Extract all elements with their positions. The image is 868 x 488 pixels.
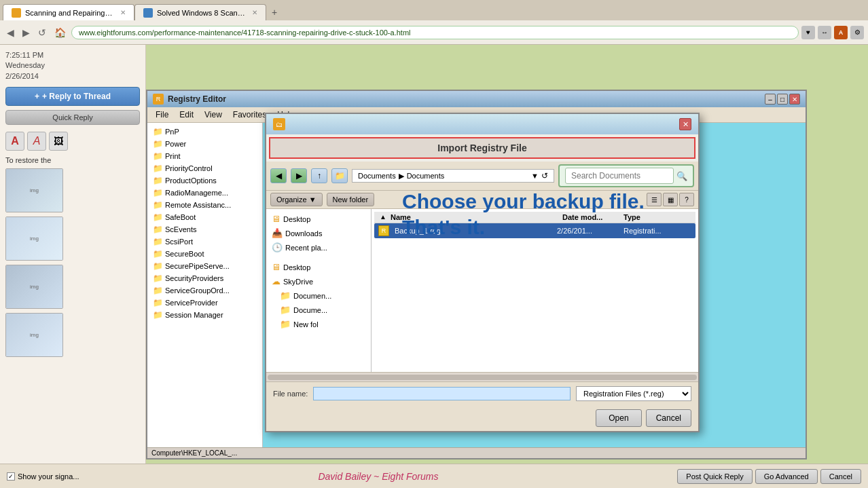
filename-input[interactable]	[313, 387, 571, 400]
col-type-header[interactable]: Type	[623, 213, 691, 221]
details-view-button[interactable]: ▦	[663, 193, 678, 206]
nav-skydrive[interactable]: ☁ SkyDrive	[269, 274, 368, 288]
add-tab-button[interactable]: +	[266, 4, 283, 20]
re-tree-item-securepipe[interactable]: 📁SecurePipeServe...	[150, 260, 259, 272]
re-tree-item-remoteassist[interactable]: 📁Remote Assistanc...	[150, 199, 259, 211]
reg-file-icon: R	[378, 225, 389, 236]
nav-subitem-3[interactable]: 📁 New fol	[269, 317, 368, 331]
re-tree-item-radiomanage[interactable]: 📁RadioManageme...	[150, 187, 259, 199]
post-quick-reply-button[interactable]: Post Quick Reply	[677, 469, 752, 484]
reply-to-thread-button[interactable]: + + Reply to Thread	[5, 87, 140, 106]
import-organize-toolbar: Organize ▼ New folder ☰ ▦ ?	[266, 191, 698, 209]
insert-image-icon[interactable]: 🖼	[49, 132, 68, 151]
tab-label-2: Solved Windows 8 Scanni...	[157, 9, 245, 17]
col-name-header[interactable]: Name	[391, 213, 562, 221]
breadcrumb-item-1[interactable]: Documents	[358, 172, 396, 180]
nav-folder-button[interactable]: 📁	[331, 168, 348, 183]
nav-downloads[interactable]: 📥 Downloads	[269, 226, 368, 240]
new-folder-button[interactable]: New folder	[327, 193, 375, 206]
nav-back-button[interactable]: ◀	[270, 168, 287, 183]
home-button[interactable]: 🏠	[52, 26, 69, 39]
re-tree-item-power[interactable]: 📁Power	[150, 138, 259, 150]
reply-button-label: + Reply to Thread	[42, 92, 111, 101]
re-tree-item-safeboot[interactable]: 📁SafeBoot	[150, 211, 259, 223]
re-tree-item-secureboot[interactable]: 📁SecureBoot	[150, 248, 259, 260]
re-tree-item-print[interactable]: 📁Print	[150, 150, 259, 162]
col-sort-icon[interactable]: ▲	[378, 213, 388, 221]
bottom-cancel-button[interactable]: Cancel	[820, 469, 861, 484]
text-italic-icon[interactable]: A	[27, 132, 46, 151]
search-input[interactable]	[565, 168, 674, 184]
column-headers: ▲ Name Date mod... Type	[374, 212, 695, 223]
filetype-select[interactable]: Registration Files (*.reg)	[576, 386, 691, 401]
list-view-button[interactable]: ☰	[647, 193, 662, 206]
bookmark-icon[interactable]: ♥	[801, 26, 815, 39]
nav-downloads-icon: 📥	[272, 228, 283, 238]
re-titlebar: R Registry Editor – □ ✕	[147, 91, 806, 107]
nav-subitem-1[interactable]: 📁 Documen...	[269, 288, 368, 303]
breadcrumb: Documents ▶ Documents ▼ ↺	[352, 169, 554, 183]
show-sig-label: Show your signa...	[18, 472, 79, 481]
re-tree-item-pnp[interactable]: 📁PnP	[150, 126, 259, 138]
re-menu-file[interactable]: File	[150, 109, 174, 121]
horizontal-scrollbar[interactable]	[266, 372, 698, 381]
back-button[interactable]: ◀	[4, 26, 17, 39]
cancel-button[interactable]: Cancel	[646, 409, 691, 427]
open-button-label: Open	[609, 413, 628, 423]
re-tree-item-securityprov[interactable]: 📁SecurityProviders	[150, 272, 259, 284]
nav-desktop[interactable]: 🖥 Desktop	[269, 212, 368, 226]
nav-recent-places[interactable]: 🕒 Recent pla...	[269, 240, 368, 255]
re-tree-item-sessionmanager[interactable]: 📁Session Manager	[150, 309, 259, 321]
nav-subitem3-label: New fol	[293, 320, 319, 329]
nav-desktop2-label: Desktop	[283, 263, 310, 271]
re-tree-item-servicegroupord[interactable]: 📁ServiceGroupOrd...	[150, 284, 259, 297]
re-menu-edit[interactable]: Edit	[174, 109, 199, 121]
nav-up-button[interactable]: ↑	[311, 168, 327, 183]
reload-button[interactable]: ↺	[35, 26, 49, 39]
text-bold-icon[interactable]: A	[5, 132, 24, 151]
re-statusbar: Computer\HKEY_LOCAL_...	[147, 447, 806, 458]
re-maximize-button[interactable]: □	[777, 94, 788, 105]
forward-button[interactable]: ▶	[20, 26, 33, 39]
re-tree-item-productoptions[interactable]: 📁ProductOptions	[150, 174, 259, 187]
signature-text: David Bailey ~ Eight Forums	[318, 471, 438, 482]
nav-desktop-2[interactable]: 🖥 Desktop	[269, 260, 368, 274]
cancel-button-label: Cancel	[656, 413, 681, 423]
re-tree-item-prioritycontrol[interactable]: 📁PriorityControl	[150, 162, 259, 174]
tab-close-1[interactable]: ✕	[120, 9, 126, 16]
nav-forward-button[interactable]: ▶	[291, 168, 307, 183]
re-menu-view[interactable]: View	[199, 109, 228, 121]
tab-active[interactable]: Scanning and Repairing d... ✕	[3, 4, 134, 20]
re-tree-item-scevents[interactable]: 📁ScEvents	[150, 223, 259, 236]
tab-close-2[interactable]: ✕	[252, 9, 257, 16]
extra-view-button[interactable]: ?	[679, 193, 694, 206]
re-minimize-button[interactable]: –	[765, 94, 776, 105]
organize-label: Organize	[276, 195, 307, 204]
breadcrumb-dropdown[interactable]: ▼	[531, 172, 539, 180]
col-date-header[interactable]: Date mod...	[562, 213, 623, 221]
organize-button[interactable]: Organize ▼	[270, 193, 323, 206]
tab-label-1: Scanning and Repairing d...	[25, 9, 113, 17]
breadcrumb-item-2[interactable]: Documents	[407, 172, 445, 180]
thumbnail-1: img	[5, 168, 63, 212]
import-dialog-close-button[interactable]: ✕	[679, 118, 691, 130]
view-buttons: ☰ ▦ ?	[647, 193, 694, 206]
file-item-backup[interactable]: R Backup_1.reg 2/26/201... Registrati...	[374, 223, 695, 238]
nav-desktop-icon: 🖥	[272, 214, 281, 224]
nav-subitem2-icon: 📁	[280, 305, 291, 315]
sig-checkbox[interactable]: ✓	[7, 472, 15, 481]
open-button[interactable]: Open	[596, 409, 641, 427]
sync-icon[interactable]: ↔	[818, 26, 831, 39]
settings-icon[interactable]: ⚙	[850, 26, 864, 39]
nav-recent-label: Recent pla...	[285, 244, 327, 252]
go-advanced-button[interactable]: Go Advanced	[755, 469, 818, 484]
tab-inactive[interactable]: Solved Windows 8 Scanni... ✕	[134, 4, 266, 20]
breadcrumb-refresh-button[interactable]: ↺	[541, 171, 548, 181]
user-icon[interactable]: A	[834, 26, 848, 39]
address-input[interactable]	[71, 26, 799, 39]
nav-subitem-2[interactable]: 📁 Docume...	[269, 303, 368, 317]
re-tree-item-serviceprovider[interactable]: 📁ServiceProvider	[150, 297, 259, 309]
re-close-button[interactable]: ✕	[789, 94, 800, 105]
quick-reply-button[interactable]: Quick Reply	[5, 110, 140, 125]
re-tree-item-scsiport[interactable]: 📁ScsiPort	[150, 236, 259, 248]
